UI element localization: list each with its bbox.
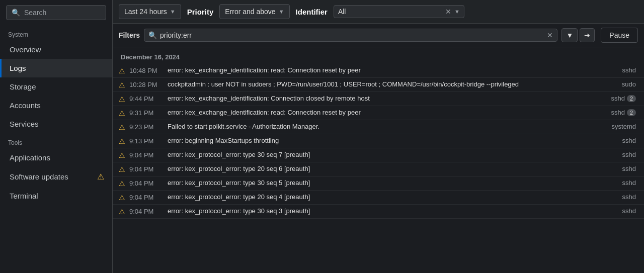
filter-dropdown-btn[interactable]: ▼: [561, 28, 578, 42]
warning-icon: ⚠: [119, 194, 125, 202]
search-box[interactable]: 🔍 Search: [6, 5, 106, 20]
log-row[interactable]: ⚠ 9:23 PM Failed to start polkit.service…: [113, 120, 644, 134]
system-section-label: System: [0, 25, 112, 40]
pause-button[interactable]: Pause: [601, 28, 638, 43]
sidebar-item-logs[interactable]: Logs: [0, 59, 112, 77]
log-time: 9:04 PM: [129, 179, 164, 187]
log-row[interactable]: ⚠ 10:28 PM cockpitadmin : user NOT in su…: [113, 78, 644, 92]
priority-heading: Priority: [185, 8, 216, 16]
warning-icon: ⚠: [119, 109, 125, 117]
log-source: sshd: [622, 207, 636, 215]
sidebar-item-accounts[interactable]: Accounts: [0, 96, 112, 115]
time-chevron-icon: ▼: [170, 9, 176, 15]
sidebar-item-label: Logs: [10, 64, 26, 72]
log-row[interactable]: ⚠ 9:04 PM error: kex_protocol_error: typ…: [113, 176, 644, 191]
log-source: sudo: [622, 80, 636, 88]
log-source: sshd: [622, 66, 636, 74]
log-row[interactable]: ⚠ 9:04 PM error: kex_protocol_error: typ…: [113, 205, 644, 219]
sidebar-item-storage[interactable]: Storage: [0, 77, 112, 96]
date-header: December 16, 2024: [113, 47, 644, 64]
log-time: 9:04 PM: [129, 208, 164, 215]
log-badge: 2: [627, 109, 636, 116]
warning-icon: ⚠: [119, 137, 125, 145]
sidebar: 🔍 Search System Overview Logs Storage Ac…: [0, 0, 113, 273]
log-message: Failed to start polkit.service - Authori…: [168, 123, 604, 130]
log-source: sshd2: [611, 95, 636, 102]
log-source: sshd: [622, 165, 636, 172]
sidebar-item-applications[interactable]: Applications: [0, 148, 112, 167]
log-time: 10:48 PM: [129, 67, 164, 74]
filters-label: Filters: [119, 31, 140, 39]
log-row[interactable]: ⚠ 9:04 PM error: kex_protocol_error: typ…: [113, 148, 644, 162]
log-time: 10:28 PM: [129, 81, 164, 88]
log-badge: 2: [627, 95, 636, 102]
log-time: 9:04 PM: [129, 151, 164, 159]
log-row[interactable]: ⚠ 9:31 PM error: kex_exchange_identifica…: [113, 106, 644, 120]
log-row[interactable]: ⚠ 9:13 PM error: beginning MaxStartups t…: [113, 134, 644, 148]
warning-icon: ⚠: [119, 67, 125, 75]
log-time: 9:13 PM: [129, 137, 164, 145]
log-rows-container: ⚠ 10:48 PM error: kex_exchange_identific…: [113, 64, 644, 219]
time-label: Last 24 hours: [124, 8, 167, 16]
tools-section-label: Tools: [0, 133, 112, 148]
log-row[interactable]: ⚠ 9:44 PM error: kex_exchange_identifica…: [113, 92, 644, 106]
log-message: error: kex_protocol_error: type 20 seq 6…: [168, 165, 614, 172]
log-source: sshd2: [611, 109, 636, 116]
warning-icon: ⚠: [119, 151, 125, 159]
priority-value: Error and above: [225, 8, 275, 16]
log-message: error: beginning MaxStartups throttling: [168, 137, 614, 144]
identifier-input[interactable]: [338, 8, 442, 16]
filter-forward-btn[interactable]: ➔: [580, 28, 595, 42]
filter-actions: ▼ ➔: [561, 28, 595, 42]
log-row[interactable]: ⚠ 9:04 PM error: kex_protocol_error: typ…: [113, 162, 644, 176]
log-source: sshd: [622, 151, 636, 158]
filter-bar: Filters 🔍 ✕ ▼ ➔ Pause: [113, 24, 644, 47]
log-message: error: kex_protocol_error: type 30 seq 7…: [168, 151, 614, 158]
sidebar-item-software-updates[interactable]: Software updates ⚠: [0, 167, 112, 187]
filter-input[interactable]: [160, 31, 544, 39]
search-icon: 🔍: [12, 9, 20, 17]
log-time: 9:44 PM: [129, 95, 164, 103]
sidebar-item-terminal[interactable]: Terminal: [0, 187, 112, 205]
sidebar-item-label: Storage: [10, 82, 36, 91]
log-source: sshd: [622, 193, 636, 201]
log-message: error: kex_exchange_identification: read…: [168, 109, 603, 116]
warning-icon: ⚠: [119, 165, 125, 173]
filter-search-icon: 🔍: [148, 31, 157, 39]
log-message: error: kex_protocol_error: type 30 seq 5…: [168, 179, 614, 187]
sidebar-item-services[interactable]: Services: [0, 115, 112, 133]
log-time: 9:31 PM: [129, 109, 164, 117]
clear-filter-icon[interactable]: ✕: [547, 31, 553, 39]
log-time: 9:04 PM: [129, 194, 164, 201]
log-message: error: kex_protocol_error: type 20 seq 4…: [168, 193, 614, 201]
warning-icon: ⚠: [97, 172, 104, 181]
top-bar: Last 24 hours ▼ Priority Error and above…: [113, 0, 644, 24]
sidebar-item-label: Overview: [10, 45, 41, 54]
warning-icon: ⚠: [119, 179, 125, 188]
identifier-input-wrap: ✕ ▼: [334, 5, 464, 18]
log-row[interactable]: ⚠ 10:48 PM error: kex_exchange_identific…: [113, 64, 644, 78]
identifier-heading: Identifier: [294, 8, 330, 16]
sidebar-item-label: Accounts: [10, 101, 41, 110]
sidebar-item-label: Services: [10, 120, 39, 128]
sidebar-item-label: Terminal: [10, 192, 38, 200]
log-source: systemd: [612, 123, 636, 130]
log-source: sshd: [622, 137, 636, 144]
log-time: 9:23 PM: [129, 123, 164, 131]
priority-dropdown[interactable]: Error and above ▼: [219, 4, 289, 19]
log-message: error: kex_exchange_identification: Conn…: [168, 95, 603, 102]
warning-icon: ⚠: [119, 81, 125, 89]
log-message: cockpitadmin : user NOT in sudoers ; PWD…: [168, 80, 614, 88]
sidebar-item-overview[interactable]: Overview: [0, 40, 112, 59]
log-content: December 16, 2024 ⚠ 10:48 PM error: kex_…: [113, 47, 644, 273]
warning-icon: ⚠: [119, 123, 125, 131]
log-time: 9:04 PM: [129, 165, 164, 173]
time-dropdown[interactable]: Last 24 hours ▼: [119, 4, 181, 19]
sidebar-item-label: Applications: [10, 153, 50, 162]
log-message: error: kex_protocol_error: type 30 seq 3…: [168, 207, 614, 215]
filter-input-wrap: 🔍 ✕: [144, 29, 557, 42]
log-row[interactable]: ⚠ 9:04 PM error: kex_protocol_error: typ…: [113, 191, 644, 205]
clear-identifier-icon[interactable]: ✕: [445, 8, 451, 16]
identifier-chevron-icon[interactable]: ▼: [454, 9, 460, 15]
log-message: error: kex_exchange_identification: read…: [168, 66, 614, 74]
